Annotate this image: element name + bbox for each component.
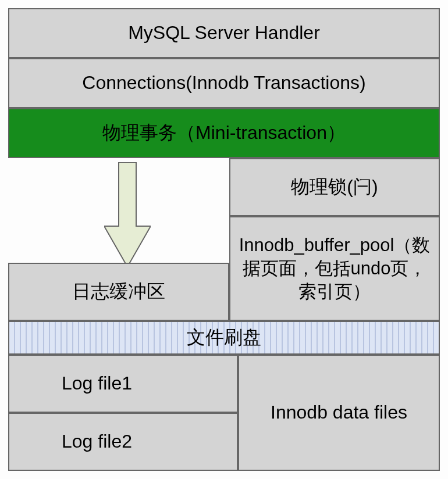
buffer-pool-label: Innodb_buffer_pool（数据页面，包括undo页，索引页） — [235, 234, 434, 304]
file-flush-label: 文件刷盘 — [187, 326, 261, 350]
log-file2-box: Log file2 — [8, 413, 238, 471]
log-file1-box: Log file1 — [8, 355, 238, 413]
physical-lock-box: 物理锁(闩) — [229, 158, 440, 216]
diagram-container: MySQL Server Handler Connections(Innodb … — [8, 8, 440, 471]
file-flush-box: 文件刷盘 — [8, 321, 440, 355]
arrow-icon — [104, 162, 151, 267]
physical-lock-label: 物理锁(闩) — [291, 175, 378, 199]
buffer-pool-box: Innodb_buffer_pool（数据页面，包括undo页，索引页） — [229, 216, 440, 321]
connections-label: Connections(Innodb Transactions) — [82, 71, 365, 95]
server-handler-label: MySQL Server Handler — [128, 21, 320, 45]
log-file2-label: Log file2 — [62, 430, 132, 454]
data-files-label: Innodb data files — [271, 401, 407, 425]
mini-transaction-label: 物理事务（Mini-transaction） — [102, 121, 346, 145]
log-file1-label: Log file1 — [62, 371, 132, 396]
server-handler-box: MySQL Server Handler — [8, 8, 440, 58]
mini-transaction-box: 物理事务（Mini-transaction） — [8, 108, 440, 158]
connections-box: Connections(Innodb Transactions) — [8, 58, 440, 108]
log-buffer-box: 日志缓冲区 — [8, 263, 229, 321]
log-buffer-label: 日志缓冲区 — [72, 280, 165, 304]
data-files-box: Innodb data files — [238, 355, 440, 471]
